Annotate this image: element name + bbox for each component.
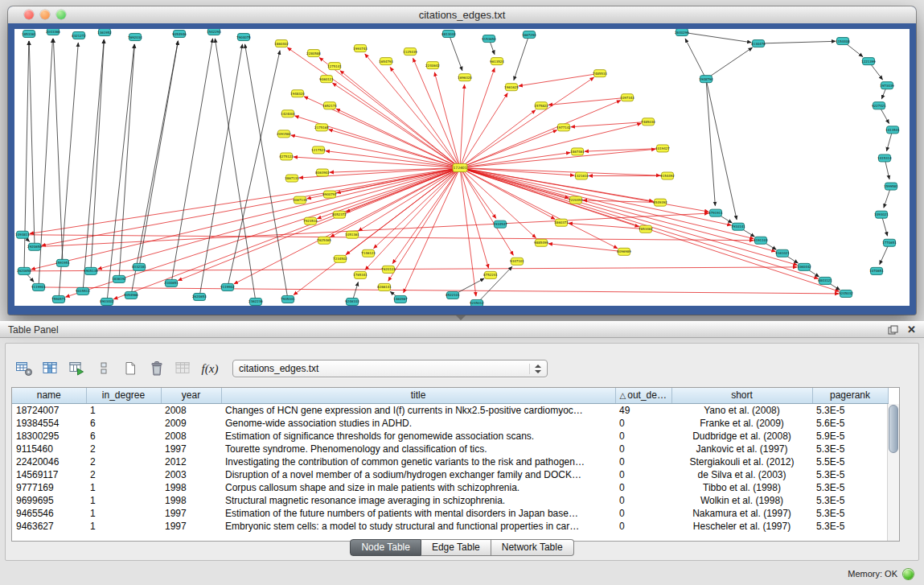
network-node[interactable]: 1051361 (345, 231, 359, 238)
network-node[interactable]: 1853361 (22, 31, 36, 38)
network-node[interactable]: 4275122 (279, 153, 294, 160)
network-node[interactable]: 8752241 (483, 271, 498, 278)
network-node[interactable]: 2043366 (46, 29, 60, 35)
network-node[interactable]: 1934547 (493, 220, 507, 228)
network-node[interactable]: 9161021 (775, 249, 790, 257)
network-node[interactable]: 1542293 (207, 29, 221, 35)
column-header-short[interactable]: short (671, 388, 812, 403)
network-node[interactable]: 7590571 (51, 295, 66, 303)
network-node[interactable]: 1217522 (311, 146, 326, 154)
network-node[interactable]: 1654793 (379, 58, 393, 65)
network-node[interactable]: 1415314 (877, 154, 892, 162)
network-node[interactable]: 8191103 (754, 237, 768, 244)
network-node[interactable]: 2840299 (675, 29, 689, 36)
network-node[interactable]: 8522101 (446, 291, 460, 299)
network-node[interactable]: 8096989 (617, 248, 631, 255)
function-builder-icon[interactable]: f(x) (199, 358, 220, 379)
tab-edge-table[interactable]: Edge Table (421, 539, 491, 556)
network-node[interactable]: 7485533 (593, 70, 607, 77)
delete-table-icon[interactable] (146, 358, 167, 379)
network-node[interactable]: 7620103 (381, 266, 396, 273)
network-node[interactable]: 1948320 (290, 90, 305, 97)
column-header-in-degree[interactable]: in_degree (86, 388, 161, 403)
tab-network-table[interactable]: Network Table (491, 539, 574, 556)
network-node[interactable]: 9245012 (470, 299, 484, 306)
network-node[interactable]: 7234502 (333, 255, 347, 262)
column-header-name[interactable]: name (12, 388, 86, 403)
table-row[interactable]: 1938455462009Genome-wide association stu… (12, 417, 888, 430)
column-header-year[interactable]: year (161, 388, 221, 403)
network-node[interactable]: 2175165 (314, 124, 329, 131)
network-node[interactable]: 8052372 (332, 211, 347, 218)
network-node[interactable]: 1961625 (504, 84, 519, 91)
table-scrollbar-thumb[interactable] (889, 405, 898, 453)
table-row[interactable]: 946362711997Embryonic stem cells: a mode… (12, 520, 888, 533)
network-node[interactable]: 1836192 (112, 275, 126, 282)
network-node[interactable]: 3867133 (285, 175, 299, 182)
network-node[interactable]: 7692034 (128, 34, 142, 41)
table-row[interactable]: 2242004622012Investigating the contribut… (12, 455, 888, 468)
new-document-icon[interactable] (120, 358, 141, 379)
network-node[interactable]: 1093021 (874, 211, 889, 218)
network-node[interactable]: 7910141 (731, 223, 745, 230)
tab-node-table[interactable]: Node Table (350, 539, 421, 556)
window-zoom-button[interactable] (56, 10, 66, 19)
network-node[interactable]: 7853462 (639, 225, 653, 233)
network-node[interactable]: 9227421 (872, 102, 886, 109)
network-node[interactable]: 9613524 (490, 58, 504, 65)
network-node[interactable]: 1599581 (884, 183, 898, 190)
network-node[interactable]: 9347101 (510, 257, 524, 265)
network-node[interactable]: 1097343 (620, 94, 634, 101)
network-node[interactable]: 9054966 (124, 291, 138, 299)
network-node[interactable]: 1070651 (869, 267, 884, 274)
network-node[interactable]: 2620650 (17, 267, 31, 274)
network-node[interactable]: 8549392 (653, 199, 667, 206)
network-node[interactable]: 9246103 (345, 298, 359, 305)
network-node[interactable]: 1361952 (97, 29, 112, 36)
table-settings-icon[interactable] (14, 358, 35, 379)
network-node[interactable]: 7146123 (361, 249, 376, 257)
column-header-out-degree[interactable]: △out_de… (615, 388, 671, 403)
network-node[interactable]: 9153654 (482, 35, 496, 43)
network-node[interactable]: 1860371 (554, 219, 569, 226)
network-node[interactable]: 1591951 (55, 259, 70, 266)
float-panel-icon[interactable] (888, 325, 898, 335)
network-node[interactable]: 9885499 (534, 239, 548, 246)
table-row[interactable]: 969969511998Structural magnetic resonanc… (12, 494, 888, 507)
panel-splitter-handle[interactable] (456, 315, 466, 320)
network-node[interactable]: 5905135 (84, 267, 98, 274)
column-header-pagerank[interactable]: pagerank (812, 388, 888, 403)
column-header-title[interactable]: title (221, 388, 615, 403)
network-node[interactable]: 9119902 (220, 283, 235, 290)
window-minimize-button[interactable] (40, 10, 50, 19)
network-node[interactable]: 9119901 (31, 283, 46, 290)
network-node[interactable]: 6843121 (818, 277, 832, 284)
network-node[interactable]: 1948794 (699, 76, 713, 83)
network-node[interactable]: 7904075 (236, 34, 251, 41)
network-node[interactable]: 9015513 (76, 287, 90, 295)
table-row[interactable]: 1830029562008Estimation of significance … (12, 430, 888, 443)
network-node[interactable]: 1221399 (861, 58, 876, 65)
network-node[interactable]: 6791911 (708, 209, 723, 216)
network-node[interactable]: 2100651 (164, 279, 179, 286)
network-node[interactable]: 7625465 (317, 237, 331, 244)
table-selector[interactable]: citations_edges.txt (232, 360, 548, 377)
network-node[interactable]: 8063902 (315, 169, 330, 176)
network-node[interactable]: 1019427 (655, 145, 670, 152)
table-row[interactable]: 911546021997Tourette syndrome. Phenomeno… (12, 443, 888, 455)
network-node[interactable]: 9060121 (319, 76, 334, 83)
network-node[interactable]: 1093811 (15, 231, 30, 238)
network-node[interactable]: 1321610 (574, 172, 589, 179)
network-node[interactable]: 2362236 (248, 298, 263, 305)
network-node[interactable]: 1154408 (836, 38, 850, 45)
network-node[interactable]: 8130476 (751, 40, 766, 47)
network-node[interactable]: 1424004 (281, 110, 295, 117)
network-node[interactable]: 8813044 (441, 31, 456, 38)
table-scrollbar[interactable] (887, 404, 899, 541)
network-node[interactable]: 8321272 (72, 32, 86, 39)
import-table-icon[interactable] (67, 358, 88, 379)
network-node[interactable]: 8332181 (132, 263, 146, 270)
window-titlebar[interactable]: citations_edges.txt (8, 6, 916, 24)
network-node[interactable]: 9154492 (660, 172, 675, 179)
network-node[interactable]: 1770651 (882, 239, 897, 246)
